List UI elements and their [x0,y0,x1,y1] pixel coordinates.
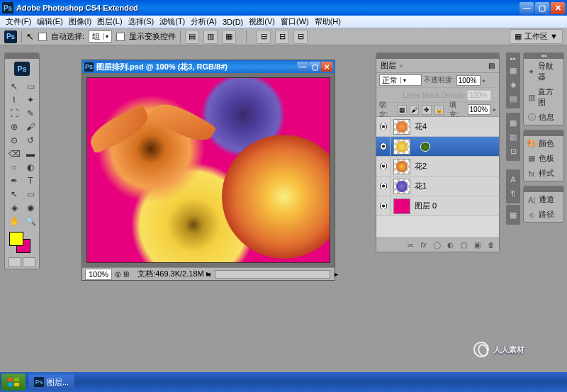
menu-3d[interactable]: 3D(D) [220,17,246,27]
strip-icon[interactable]: A [507,173,519,186]
stamp-tool[interactable]: ⊙ [6,134,22,147]
lock-pixels-icon[interactable]: 🖌 [410,105,419,115]
new-layer-icon[interactable]: ▣ [472,240,483,250]
fill-slider[interactable]: ▸ [493,106,496,113]
layer-row[interactable]: 花2 [376,157,499,177]
mask-icon[interactable]: ◯ [432,240,442,250]
align-button-3[interactable]: ▦ [222,30,236,44]
taskbar-item[interactable]: Ps 图层... [28,374,74,390]
histogram-panel-button[interactable]: ▥直方图 [524,84,563,110]
adjustment-icon[interactable]: ◐ [445,240,456,250]
h-scrollbar[interactable] [215,270,330,279]
panel-menu-icon[interactable]: ▤ [488,62,495,69]
dodge-tool[interactable]: ◐ [23,161,38,174]
pen-tool[interactable]: ✒ [6,174,22,187]
color-swatches[interactable] [8,232,36,253]
type-tool[interactable]: T [23,174,38,187]
panel-expand-icon[interactable]: ◂◂ [524,53,563,59]
strip-icon[interactable]: ▥ [507,130,519,143]
strip-icon[interactable]: ⊡ [507,145,519,157]
menu-edit[interactable]: 编辑(E) [34,16,66,28]
dist-button-1[interactable]: ⊟ [257,30,271,44]
dist-button-3[interactable]: ⊟ [293,30,308,44]
shape-tool[interactable]: ▭ [23,188,38,201]
fx-icon[interactable]: fx [418,240,429,250]
menu-select[interactable]: 选择(S) [125,16,157,28]
menu-help[interactable]: 帮助(H) [312,16,344,28]
blend-mode-dropdown[interactable]: 正常▾ [379,74,422,86]
history-brush-tool[interactable]: ↺ [23,134,38,147]
eye-icon[interactable] [379,183,388,189]
paths-panel-button[interactable]: ⎋路径 [524,207,563,222]
window-maximize-button[interactable]: ▢ [535,2,549,14]
opacity-input[interactable]: 100% [456,75,481,86]
auto-select-dropdown[interactable]: 组▾ [89,30,112,43]
window-close-button[interactable]: ✕ [551,2,565,14]
layer-name[interactable]: 图层 0 [413,201,499,211]
doc-maximize-button[interactable]: ▢ [309,62,320,72]
blur-tool[interactable]: ○ [6,161,22,174]
lock-all-icon[interactable]: 🔒 [434,105,444,115]
layer-thumbnail[interactable] [393,139,410,155]
trash-icon[interactable]: 🗑 [485,240,496,250]
strip-icon[interactable]: ▦ [507,64,519,77]
menu-image[interactable]: 图像(I) [66,16,94,28]
foreground-color-swatch[interactable] [9,232,23,246]
auto-select-checkbox[interactable] [38,33,47,41]
3d-camera-tool[interactable]: ◉ [23,201,38,214]
ps-app-icon[interactable]: Ps [4,30,17,43]
path-select-tool[interactable]: ↖ [6,188,22,201]
eyedropper-tool[interactable]: ✎ [23,107,38,120]
menu-filter[interactable]: 滤镜(T) [157,16,188,28]
dist-button-2[interactable]: ⊟ [275,30,289,44]
layer-name[interactable]: 花4 [413,121,499,132]
eye-icon[interactable] [379,123,388,130]
layers-tab-close[interactable]: × [399,62,403,69]
menu-view[interactable]: 视图(V) [246,16,278,28]
strip-expand-icon[interactable]: ▸▸ [507,55,519,62]
status-icon-2[interactable]: ⊞ [123,270,129,278]
doc-minimize-button[interactable]: — [297,62,308,72]
layer-name[interactable]: 花1 [413,181,499,191]
group-icon[interactable]: ▢ [459,240,469,250]
link-layers-icon[interactable]: ⫘ [405,240,415,250]
3d-tool[interactable]: ◈ [6,201,22,214]
layers-grip[interactable] [376,53,499,59]
strip-icon[interactable]: ▦ [507,208,519,221]
lock-position-icon[interactable]: ✥ [422,105,431,115]
layer-name[interactable]: 花2 [413,161,499,172]
strip-icon[interactable]: ◈ [507,78,519,91]
layers-tab[interactable]: 图层 [381,60,396,71]
zoom-tool[interactable]: 🔍 [23,215,38,228]
zoom-input[interactable]: 100% [85,269,112,280]
strip-icon[interactable]: ¶ [507,187,519,200]
strip-icon[interactable]: ▦ [507,116,519,129]
menu-window[interactable]: 窗口(W) [278,16,312,28]
swatches-panel-button[interactable]: ▦色板 [524,151,563,166]
menu-layer[interactable]: 图层(L) [94,16,125,28]
document-titlebar[interactable]: Ps 图层排列.psd @ 100% (花3, RGB/8#) — ▢ ✕ [82,60,335,73]
gradient-tool[interactable]: ▬ [23,147,38,160]
lasso-tool[interactable]: ⌇ [6,94,22,106]
show-transform-checkbox[interactable] [116,33,125,41]
layer-thumbnail[interactable] [393,198,410,214]
strip-icon[interactable]: ▤ [507,92,519,105]
brush-tool[interactable]: 🖌 [23,121,38,133]
eye-icon[interactable] [379,163,388,169]
layer-row[interactable]: 图层 0 [376,196,499,216]
marquee-tool[interactable]: ▭ [23,80,38,93]
layer-thumbnail[interactable] [393,179,410,194]
heal-tool[interactable]: ⊛ [6,121,22,133]
move-tool[interactable]: ↖ [6,80,22,93]
toolbox-grip[interactable] [5,53,39,59]
hand-tool[interactable]: ✋ [6,215,22,228]
doc-close-button[interactable]: ✕ [321,62,332,72]
menu-analysis[interactable]: 分析(A) [188,16,220,28]
fill-input[interactable]: 100% [468,104,490,115]
layer-thumbnail[interactable] [393,119,410,135]
eye-icon[interactable] [379,143,388,150]
align-button-1[interactable]: ▤ [185,30,199,44]
screenmode-button[interactable] [23,257,35,267]
start-button[interactable] [1,374,26,391]
styles-panel-button[interactable]: fx样式 [524,166,563,181]
